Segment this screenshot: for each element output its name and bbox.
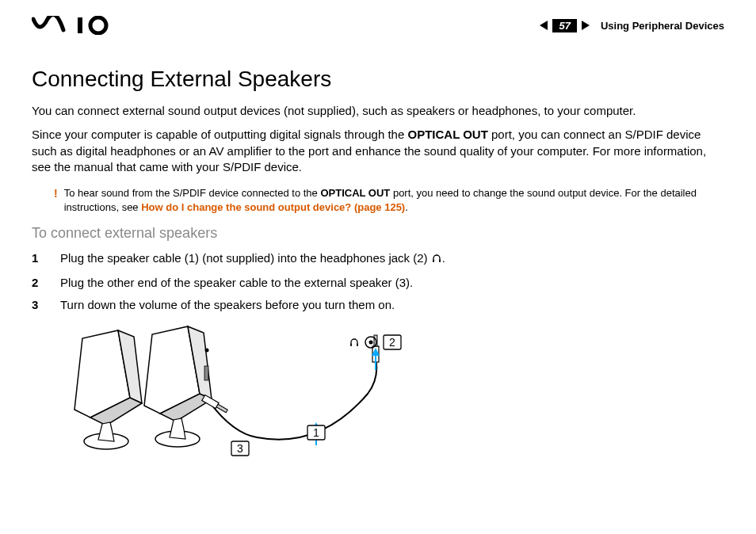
section-title[interactable]: Using Peripheral Devices [601,20,724,32]
para2-text-a: Since your computer is capable of output… [32,128,407,141]
diagram-label-3: 3 [237,442,243,455]
intro-paragraph-1: You can connect external sound output de… [32,103,724,119]
page-number-badge: 57 [552,19,576,32]
svg-rect-2 [433,260,434,263]
svg-point-1 [90,17,106,33]
note-text-a: To hear sound from the S/PDIF device con… [64,187,321,199]
page-content: Connecting External Speakers You can con… [32,67,724,476]
step-2: Plug the other end of the speaker cable … [32,274,724,292]
intro-paragraph-2: Since your computer is capable of output… [32,127,724,175]
page-title: Connecting External Speakers [32,67,724,92]
svg-rect-0 [78,17,82,33]
page-header: 57 Using Peripheral Devices [32,16,724,35]
para2-bold: OPTICAL OUT [407,128,487,141]
diagram-label-1: 1 [313,426,319,439]
svg-point-19 [369,340,373,344]
header-nav: 57 Using Peripheral Devices [540,19,724,32]
vaio-logo [32,16,119,35]
svg-rect-3 [439,260,441,263]
step-3-text: Turn down the volume of the speakers bef… [60,298,395,311]
svg-point-5 [205,348,209,352]
headphones-icon [431,251,442,269]
svg-rect-17 [357,343,358,346]
step-2-text: Plug the other end of the speaker cable … [60,276,413,289]
svg-rect-6 [204,366,208,380]
next-page-arrow-icon[interactable] [582,21,590,30]
note-text: To hear sound from the S/PDIF device con… [64,186,724,214]
note-bold: OPTICAL OUT [320,187,390,199]
prev-page-arrow-icon[interactable] [540,21,548,30]
warning-icon: ! [54,186,58,214]
svg-rect-16 [350,343,352,346]
step-3: Turn down the volume of the speakers bef… [32,296,724,315]
step-1: Plug the speaker cable (1) (not supplied… [32,250,724,269]
note-link[interactable]: How do I change the sound output device?… [141,201,405,213]
note-text-c: . [405,201,408,213]
steps-list: Plug the speaker cable (1) (not supplied… [32,250,724,315]
step-1-text-end: . [442,251,445,265]
caution-note: ! To hear sound from the S/PDIF device c… [54,186,724,214]
svg-rect-10 [216,404,227,412]
step-1-text: Plug the speaker cable (1) (not supplied… [60,251,431,265]
procedure-subheading: To connect external speakers [32,225,724,242]
diagram-label-2: 2 [389,336,395,349]
connection-diagram: 3 1 [51,322,724,476]
